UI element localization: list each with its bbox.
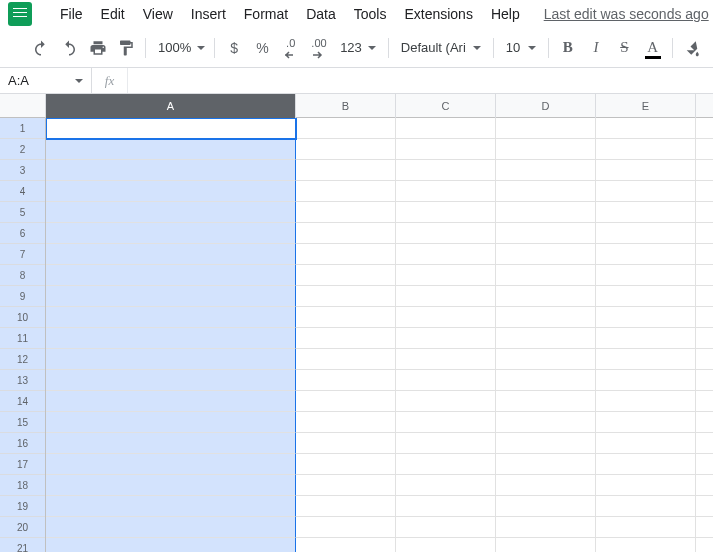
cell[interactable] bbox=[496, 118, 596, 139]
cell[interactable] bbox=[596, 496, 696, 517]
cell[interactable] bbox=[596, 181, 696, 202]
cell[interactable] bbox=[46, 433, 296, 454]
fill-color-button[interactable] bbox=[679, 34, 705, 62]
cell[interactable] bbox=[496, 328, 596, 349]
cell[interactable] bbox=[396, 475, 496, 496]
cell[interactable] bbox=[596, 202, 696, 223]
cell[interactable] bbox=[296, 454, 396, 475]
menu-extensions[interactable]: Extensions bbox=[396, 2, 480, 26]
cell[interactable] bbox=[496, 160, 596, 181]
select-all-corner[interactable] bbox=[0, 94, 46, 118]
name-box[interactable]: A:A bbox=[0, 68, 92, 93]
cell[interactable] bbox=[46, 412, 296, 433]
cell[interactable] bbox=[46, 307, 296, 328]
cell[interactable] bbox=[296, 244, 396, 265]
cell[interactable] bbox=[696, 496, 713, 517]
cell[interactable] bbox=[496, 202, 596, 223]
cell[interactable] bbox=[296, 223, 396, 244]
row-header[interactable]: 1 bbox=[0, 118, 45, 139]
cell[interactable] bbox=[496, 433, 596, 454]
column-header-e[interactable]: E bbox=[596, 94, 696, 118]
cell[interactable] bbox=[296, 538, 396, 552]
row-header[interactable]: 21 bbox=[0, 538, 45, 552]
cell[interactable] bbox=[696, 265, 713, 286]
cell[interactable] bbox=[696, 370, 713, 391]
row-header[interactable]: 13 bbox=[0, 370, 45, 391]
cell[interactable] bbox=[396, 538, 496, 552]
cell[interactable] bbox=[596, 538, 696, 552]
cell[interactable] bbox=[696, 286, 713, 307]
cell[interactable] bbox=[596, 349, 696, 370]
menu-data[interactable]: Data bbox=[298, 2, 344, 26]
cell[interactable] bbox=[296, 517, 396, 538]
cell[interactable] bbox=[396, 412, 496, 433]
cell[interactable] bbox=[596, 517, 696, 538]
cell[interactable] bbox=[496, 265, 596, 286]
cell[interactable] bbox=[396, 118, 496, 139]
cell[interactable] bbox=[696, 349, 713, 370]
row-header[interactable]: 10 bbox=[0, 307, 45, 328]
row-header[interactable]: 5 bbox=[0, 202, 45, 223]
cell[interactable] bbox=[596, 286, 696, 307]
cell[interactable] bbox=[46, 475, 296, 496]
text-color-button[interactable]: A bbox=[640, 34, 666, 62]
cell[interactable] bbox=[296, 307, 396, 328]
redo-button[interactable] bbox=[56, 34, 82, 62]
cell[interactable] bbox=[46, 454, 296, 475]
cell[interactable] bbox=[46, 160, 296, 181]
cell[interactable] bbox=[496, 391, 596, 412]
decrease-decimal-button[interactable]: .0 bbox=[278, 34, 304, 62]
cell[interactable] bbox=[296, 496, 396, 517]
cell[interactable] bbox=[496, 496, 596, 517]
cell[interactable] bbox=[696, 433, 713, 454]
menu-help[interactable]: Help bbox=[483, 2, 528, 26]
cell[interactable] bbox=[296, 349, 396, 370]
format-percent-button[interactable]: % bbox=[249, 34, 275, 62]
menu-format[interactable]: Format bbox=[236, 2, 296, 26]
cell[interactable] bbox=[596, 118, 696, 139]
cell[interactable] bbox=[496, 349, 596, 370]
undo-button[interactable] bbox=[28, 34, 54, 62]
formula-input[interactable] bbox=[128, 68, 713, 93]
column-header-f[interactable]: F bbox=[696, 94, 713, 118]
cell[interactable] bbox=[496, 307, 596, 328]
menu-insert[interactable]: Insert bbox=[183, 2, 234, 26]
cell[interactable] bbox=[396, 454, 496, 475]
cell[interactable] bbox=[696, 223, 713, 244]
cell[interactable] bbox=[46, 139, 296, 160]
cell[interactable] bbox=[46, 286, 296, 307]
row-header[interactable]: 11 bbox=[0, 328, 45, 349]
strikethrough-button[interactable]: S bbox=[611, 34, 637, 62]
cell[interactable] bbox=[46, 370, 296, 391]
column-header-a[interactable]: A bbox=[46, 94, 296, 118]
row-header[interactable]: 4 bbox=[0, 181, 45, 202]
cell[interactable] bbox=[496, 286, 596, 307]
cell[interactable] bbox=[596, 265, 696, 286]
cell[interactable] bbox=[396, 265, 496, 286]
cell[interactable] bbox=[296, 118, 396, 139]
cell[interactable] bbox=[596, 223, 696, 244]
cell[interactable] bbox=[396, 244, 496, 265]
cell[interactable] bbox=[496, 475, 596, 496]
cell[interactable] bbox=[296, 475, 396, 496]
cell[interactable] bbox=[596, 244, 696, 265]
cell[interactable] bbox=[496, 223, 596, 244]
cell[interactable] bbox=[46, 391, 296, 412]
cell[interactable] bbox=[296, 139, 396, 160]
cell[interactable] bbox=[496, 517, 596, 538]
cell[interactable] bbox=[696, 328, 713, 349]
cell[interactable] bbox=[296, 265, 396, 286]
increase-decimal-button[interactable]: .00 bbox=[306, 34, 332, 62]
cell[interactable] bbox=[396, 328, 496, 349]
cell[interactable] bbox=[696, 538, 713, 552]
cell[interactable] bbox=[696, 454, 713, 475]
cell[interactable] bbox=[46, 202, 296, 223]
cell[interactable] bbox=[596, 433, 696, 454]
cell[interactable] bbox=[696, 517, 713, 538]
row-header[interactable]: 12 bbox=[0, 349, 45, 370]
italic-button[interactable]: I bbox=[583, 34, 609, 62]
cell[interactable] bbox=[496, 370, 596, 391]
menu-edit[interactable]: Edit bbox=[93, 2, 133, 26]
cell[interactable] bbox=[296, 181, 396, 202]
cell[interactable] bbox=[496, 538, 596, 552]
